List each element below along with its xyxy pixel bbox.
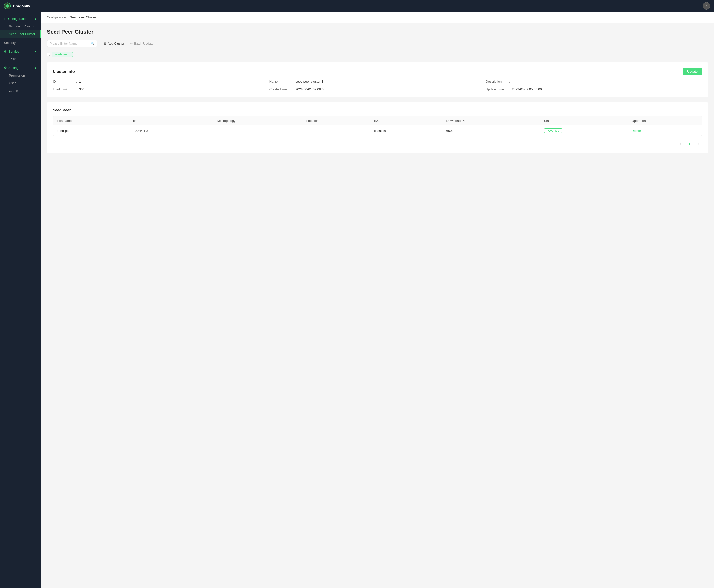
dragonfly-logo-icon xyxy=(4,2,11,9)
col-download-port: Download Port xyxy=(442,117,540,125)
content-area: Seed Peer Cluster 🔍 ⊞ Add Cluster ✏ Batc… xyxy=(41,23,714,164)
col-hostname: Hostname xyxy=(53,117,129,125)
status-badge: INACTIVE xyxy=(544,128,562,133)
sidebar-section-setting: ⚙ Setting ▲ Premission User OAuth xyxy=(0,64,41,94)
setting-icon: ⚙ xyxy=(4,66,7,69)
seed-peer-card: Seed Peer Hostname IP Net Topology Locat… xyxy=(47,102,708,153)
sidebar-item-user[interactable]: User xyxy=(0,79,41,87)
col-net-topology: Net Topology xyxy=(213,117,302,125)
brand: Dragonfly xyxy=(4,2,30,9)
actions-bar: 🔍 ⊞ Add Cluster ✏ Batch Update xyxy=(47,40,708,47)
info-description: Description : - xyxy=(486,80,702,83)
update-button[interactable]: Update xyxy=(683,68,702,75)
add-cluster-icon: ⊞ xyxy=(103,42,106,45)
sidebar-service-label: Service xyxy=(8,49,19,53)
col-idc: IDC xyxy=(370,117,442,125)
search-box: 🔍 xyxy=(47,40,97,47)
delete-link[interactable]: Delete xyxy=(632,129,641,132)
info-update-time: Update Time : 2022-06-02 05:06:00 xyxy=(486,87,702,91)
table-header-row: Hostname IP Net Topology Location IDC Do… xyxy=(53,117,702,125)
sidebar-service-header[interactable]: ⚙ Service ▲ xyxy=(0,47,41,55)
avatar-icon: ○ xyxy=(705,4,707,8)
info-name: Name : seed-peer-cluster-1 xyxy=(269,80,486,83)
sidebar-item-premission[interactable]: Premission xyxy=(0,71,41,79)
search-input[interactable] xyxy=(49,42,89,45)
sidebar-configuration-label: Configuration xyxy=(8,17,27,21)
chevron-up-icon-setting: ▲ xyxy=(35,66,37,69)
col-location: Location xyxy=(302,117,370,125)
add-cluster-button[interactable]: ⊞ Add Cluster xyxy=(101,41,126,46)
prev-page-button[interactable]: ‹ xyxy=(677,140,684,147)
breadcrumb: Configuration / Seed Peer Cluster xyxy=(41,12,714,23)
search-icon[interactable]: 🔍 xyxy=(91,42,94,45)
chevron-up-icon: ▲ xyxy=(35,17,37,20)
service-icon: ⚙ xyxy=(4,49,7,53)
table-row: seed-peer 10.244.1.31 - - cdsacdas 65002… xyxy=(53,125,702,136)
sidebar-configuration-header[interactable]: ⊞ Configuration ▲ xyxy=(0,15,41,23)
sidebar-item-scheduler-cluster[interactable]: Scheduler Cluster xyxy=(0,23,41,30)
breadcrumb-parent[interactable]: Configuration xyxy=(47,15,66,19)
sidebar-setting-header-left: ⚙ Setting xyxy=(4,66,18,69)
cluster-checkbox[interactable] xyxy=(47,53,50,56)
seed-peer-table: Hostname IP Net Topology Location IDC Do… xyxy=(53,117,702,136)
pagination: ‹ 1 › xyxy=(53,140,702,147)
sidebar-setting-label: Setting xyxy=(8,66,18,69)
sidebar-setting-header[interactable]: ⚙ Setting ▲ xyxy=(0,64,41,71)
col-state: State xyxy=(540,117,628,125)
chevron-up-icon-service: ▲ xyxy=(35,50,37,53)
sidebar-item-oauth[interactable]: OAuth xyxy=(0,87,41,94)
configuration-icon: ⊞ xyxy=(4,17,7,21)
sidebar-item-task[interactable]: Task xyxy=(0,55,41,63)
sidebar: ⊞ Configuration ▲ Scheduler Cluster Seed… xyxy=(0,12,41,588)
cell-state: INACTIVE xyxy=(540,125,628,136)
info-load-limit: Load Limit : 300 xyxy=(53,87,269,91)
brand-name: Dragonfly xyxy=(13,4,30,8)
sidebar-service-header-left: ⚙ Service xyxy=(4,49,19,53)
table-header: Hostname IP Net Topology Location IDC Do… xyxy=(53,117,702,125)
cell-hostname: seed-peer xyxy=(53,125,129,136)
cluster-list-item: seed-peer... xyxy=(47,51,708,58)
page-title: Seed Peer Cluster xyxy=(47,29,708,35)
navbar: Dragonfly ○ xyxy=(0,0,714,12)
cell-net-topology: - xyxy=(213,125,302,136)
sidebar-item-security[interactable]: Security xyxy=(0,39,41,46)
seed-peer-table-wrapper: Hostname IP Net Topology Location IDC Do… xyxy=(53,116,702,136)
sidebar-item-seed-peer-cluster[interactable]: Seed Peer Cluster xyxy=(0,30,41,38)
cell-operation: Delete xyxy=(628,125,702,136)
info-create-time: Create Time : 2022-06-01 02:06:00 xyxy=(269,87,486,91)
table-body: seed-peer 10.244.1.31 - - cdsacdas 65002… xyxy=(53,125,702,136)
sidebar-section-service: ⚙ Service ▲ Task xyxy=(0,47,41,63)
cluster-tag[interactable]: seed-peer... xyxy=(52,52,73,57)
batch-update-button[interactable]: ✏ Batch Update xyxy=(130,42,153,45)
main-content: Configuration / Seed Peer Cluster Seed P… xyxy=(41,12,714,588)
sidebar-section-security: Security xyxy=(0,39,41,46)
page-1-button[interactable]: 1 xyxy=(686,140,693,147)
layout: ⊞ Configuration ▲ Scheduler Cluster Seed… xyxy=(0,12,714,588)
edit-icon: ✏ xyxy=(130,42,133,45)
info-id: ID : 1 xyxy=(53,80,269,83)
user-avatar[interactable]: ○ xyxy=(702,2,710,10)
sidebar-configuration-header-left: ⊞ Configuration xyxy=(4,17,27,21)
sidebar-section-configuration: ⊞ Configuration ▲ Scheduler Cluster Seed… xyxy=(0,15,41,38)
cluster-info-title: Cluster Info Update xyxy=(53,68,702,75)
breadcrumb-separator: / xyxy=(67,15,68,19)
cluster-info-card: Cluster Info Update ID : 1 Name : seed-p… xyxy=(47,62,708,97)
cell-ip: 10.244.1.31 xyxy=(129,125,213,136)
cell-download-port: 65002 xyxy=(442,125,540,136)
col-operation: Operation xyxy=(628,117,702,125)
col-ip: IP xyxy=(129,117,213,125)
seed-peer-title: Seed Peer xyxy=(53,108,702,112)
cell-idc: cdsacdas xyxy=(370,125,442,136)
cluster-info-grid: ID : 1 Name : seed-peer-cluster-1 Descri… xyxy=(53,80,702,91)
cell-location: - xyxy=(302,125,370,136)
next-page-button[interactable]: › xyxy=(695,140,702,147)
breadcrumb-current: Seed Peer Cluster xyxy=(70,15,96,19)
